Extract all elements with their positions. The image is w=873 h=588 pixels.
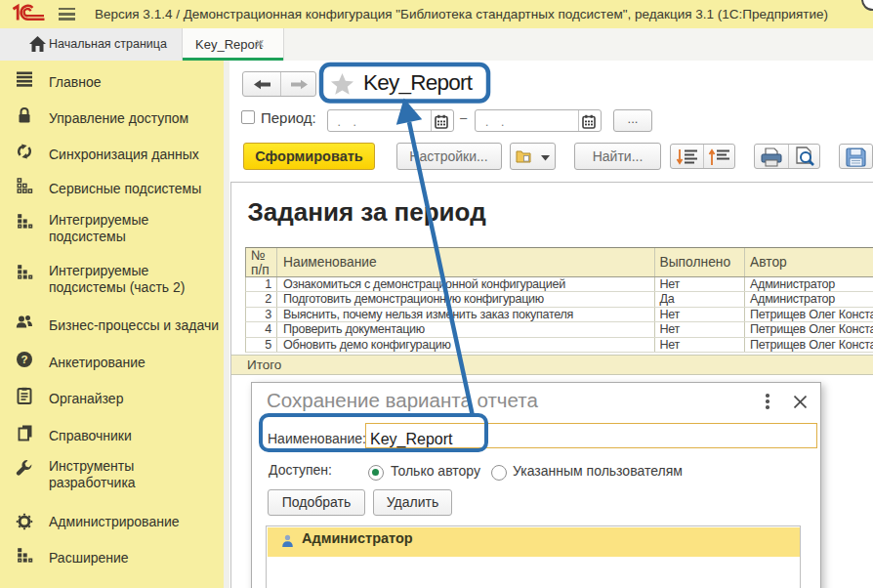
svg-text:?: ? [21,354,27,365]
